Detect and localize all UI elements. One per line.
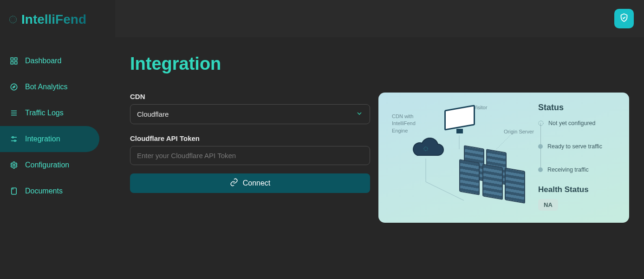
sidebar-item-label: Documents bbox=[25, 187, 63, 195]
sidebar-item-label: Configuration bbox=[25, 161, 69, 169]
status-step-label: Ready to serve traffic bbox=[547, 143, 602, 150]
page-title: Integration bbox=[130, 54, 629, 74]
gear-icon bbox=[9, 160, 19, 170]
cdn-selected-value: Cloudflare bbox=[137, 110, 169, 118]
brand-mark-icon bbox=[8, 15, 18, 24]
svg-marker-7 bbox=[13, 86, 15, 88]
sidebar-item-label: Dashboard bbox=[25, 57, 61, 65]
dashboard-icon bbox=[9, 56, 19, 66]
sidebar-item-integration[interactable]: Integration bbox=[0, 126, 99, 152]
token-label: Cloudflare API Token bbox=[130, 134, 370, 142]
svg-point-15 bbox=[13, 164, 15, 166]
svg-rect-4 bbox=[11, 62, 13, 64]
connect-button[interactable]: Connect bbox=[130, 173, 370, 193]
svg-rect-3 bbox=[15, 58, 17, 60]
svg-rect-2 bbox=[11, 58, 13, 60]
monitor-icon bbox=[444, 107, 475, 133]
list-icon bbox=[9, 108, 19, 118]
document-icon bbox=[9, 186, 19, 196]
svg-point-12 bbox=[12, 137, 13, 138]
svg-point-1 bbox=[11, 18, 15, 21]
svg-point-0 bbox=[10, 16, 17, 23]
shield-check-icon bbox=[619, 13, 629, 25]
cloud-icon bbox=[408, 138, 445, 160]
api-token-input[interactable] bbox=[130, 146, 370, 165]
brand-name: IntelliFend bbox=[21, 12, 86, 27]
sidebar-item-traffic-logs[interactable]: Traffic Logs bbox=[0, 100, 115, 126]
status-title: Status bbox=[538, 103, 618, 113]
topbar bbox=[115, 0, 644, 37]
status-card: Visitor CDN with IntelliFend Engine Orig… bbox=[378, 93, 629, 223]
brand-logo: IntelliFend bbox=[0, 12, 115, 48]
status-dot-icon bbox=[538, 120, 544, 126]
sliders-icon bbox=[9, 134, 19, 144]
status-step: Ready to serve traffic bbox=[538, 143, 618, 150]
cdn-select[interactable]: Cloudflare bbox=[130, 104, 370, 124]
diagram-label-origin: Origin Server bbox=[504, 129, 534, 134]
health-status-title: Health Status bbox=[538, 185, 618, 194]
sidebar-item-documents[interactable]: Documents bbox=[0, 178, 115, 204]
shield-button[interactable] bbox=[614, 9, 634, 28]
integration-form: CDN Cloudflare Cloudflare API Token bbox=[130, 93, 370, 223]
server-cluster-icon bbox=[459, 147, 529, 207]
status-step-label: Receiving traffic bbox=[547, 166, 589, 173]
architecture-diagram: Visitor CDN with IntelliFend Engine Orig… bbox=[390, 103, 533, 210]
status-steps: Not yet configured Ready to serve traffi… bbox=[538, 120, 618, 173]
diagram-label-visitor: Visitor bbox=[473, 105, 487, 110]
chevron-down-icon bbox=[356, 110, 363, 119]
sidebar: IntelliFend Dashboard Bot Analytics Traf… bbox=[0, 0, 115, 279]
sidebar-item-label: Bot Analytics bbox=[25, 83, 68, 91]
svg-rect-5 bbox=[15, 62, 17, 64]
svg-point-19 bbox=[539, 121, 543, 126]
connect-button-label: Connect bbox=[243, 179, 271, 187]
status-step: Not yet configured bbox=[538, 120, 618, 126]
sidebar-item-label: Traffic Logs bbox=[25, 109, 64, 117]
compass-icon bbox=[9, 82, 19, 92]
cdn-label: CDN bbox=[130, 93, 370, 100]
health-status-badge: NA bbox=[538, 199, 558, 211]
status-step-label: Not yet configured bbox=[548, 120, 595, 126]
svg-rect-16 bbox=[12, 188, 17, 194]
sidebar-item-bot-analytics[interactable]: Bot Analytics bbox=[0, 74, 115, 100]
sidebar-item-label: Integration bbox=[25, 135, 60, 143]
status-step: Receiving traffic bbox=[538, 166, 618, 173]
diagram-label-cdn: CDN with IntelliFend Engine bbox=[392, 113, 429, 134]
status-dot-icon bbox=[538, 167, 543, 172]
sidebar-item-configuration[interactable]: Configuration bbox=[0, 152, 115, 178]
link-icon bbox=[230, 178, 238, 188]
svg-point-6 bbox=[11, 84, 17, 90]
svg-point-14 bbox=[14, 140, 16, 141]
main: Integration CDN Cloudflare Cloudflare AP… bbox=[115, 0, 644, 279]
sidebar-item-dashboard[interactable]: Dashboard bbox=[0, 48, 115, 74]
status-dot-icon bbox=[538, 144, 543, 149]
